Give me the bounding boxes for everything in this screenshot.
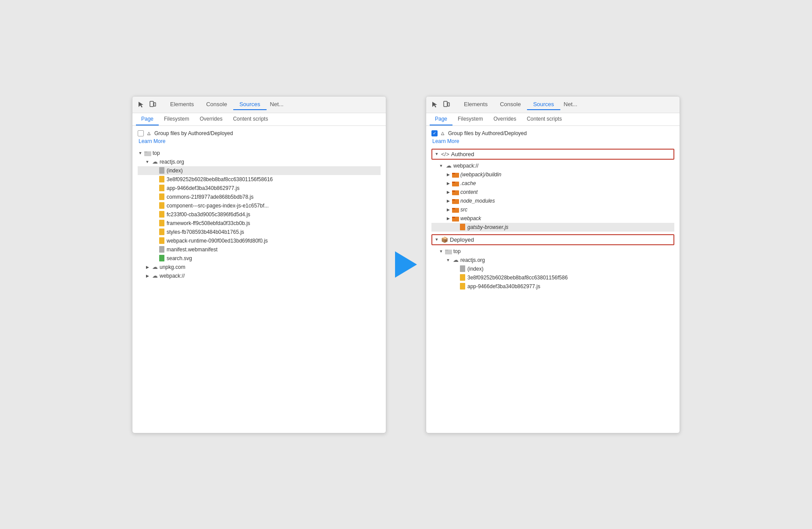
authored-section-header[interactable]: </> Authored [431, 149, 674, 160]
svg-rect-9 [159, 211, 164, 218]
cloud-icon-reactjs-deployed: ☁ [452, 257, 459, 264]
folder-icon-top [144, 150, 151, 157]
label-search-svg: search.svg [167, 255, 381, 261]
label-node-modules: node_modules [460, 198, 674, 204]
label-webpack-folder: webpack [460, 215, 674, 222]
tree-item-styles[interactable]: styles-fb708593b484b04b1765.js [138, 228, 381, 236]
left-toolbar: Elements Console Sources Net... [132, 97, 386, 113]
tree-item-3e8f-deployed[interactable]: 3e8f09252b6028beb8baf8cc63801156f586 [431, 273, 674, 282]
subtab-content-scripts-right[interactable]: Content scripts [521, 113, 567, 125]
arrow-unpkg [145, 264, 150, 270]
tree-item-fc233[interactable]: fc233f00-cba3d9005c3896f6d5d4.js [138, 210, 381, 219]
tree-item-app-deployed[interactable]: app-9466def3ba340b862977.js [431, 282, 674, 291]
tab-sources-left[interactable]: Sources [233, 99, 267, 110]
deployed-section-header[interactable]: 📦 Deployed [431, 234, 674, 245]
tree-item-node-modules[interactable]: node_modules [431, 197, 674, 205]
svg-rect-15 [444, 101, 447, 107]
file-icon-3e8f-deployed [459, 274, 466, 281]
tree-item-webpack-authored[interactable]: ☁ webpack:// [431, 161, 674, 170]
svg-rect-34 [460, 283, 465, 290]
tree-item-reactjs[interactable]: ☁ reactjs.org [138, 157, 381, 166]
subtab-filesystem-left[interactable]: Filesystem [159, 113, 194, 125]
arrow-node-modules [445, 198, 451, 204]
cursor-icon-right[interactable] [431, 100, 439, 109]
tree-item-app[interactable]: app-9466def3ba340b862977.js [138, 184, 381, 193]
svg-rect-0 [150, 101, 153, 107]
learn-more-link-right[interactable]: Learn More [432, 138, 674, 144]
arrow-authored [434, 151, 439, 157]
tree-item-webpack-left[interactable]: ☁ webpack:// [138, 272, 381, 280]
svg-rect-32 [460, 265, 465, 272]
file-icon-component [158, 202, 165, 209]
left-tree: top ☁ reactjs.org (index) [138, 149, 381, 280]
learn-more-link-left[interactable]: Learn More [139, 138, 381, 144]
tree-item-framework[interactable]: framework-ff9c508ebfda0f33cb0b.js [138, 219, 381, 228]
tree-item-component[interactable]: component---src-pages-index-js-e1c657bf.… [138, 201, 381, 210]
tree-item-cache[interactable]: .cache [431, 179, 674, 188]
tab-console-right[interactable]: Console [494, 99, 527, 110]
tree-item-3e8f[interactable]: 3e8f09252b6028beb8baf8cc63801156f58616 [138, 175, 381, 184]
arrow-content [445, 189, 451, 195]
tree-item-unpkg[interactable]: ☁ unpkg.com [138, 263, 381, 272]
tab-elements-right[interactable]: Elements [458, 99, 494, 110]
label-app: app-9466def3ba340b862977.js [167, 185, 381, 191]
file-icon-index-deployed [459, 265, 466, 272]
tab-sources-right[interactable]: Sources [527, 99, 560, 110]
svg-rect-8 [159, 202, 164, 209]
left-devtools-panel: Elements Console Sources Net... Page Fil… [132, 96, 386, 433]
tree-item-webpack-buildin[interactable]: (webpack)/buildin [431, 170, 674, 179]
arrow-webpack-authored [438, 163, 444, 168]
label-unpkg: unpkg.com [160, 264, 381, 270]
tab-net-right[interactable]: Net... [560, 99, 581, 110]
group-files-row-left: 🜂 Group files by Authored/Deployed [138, 130, 381, 136]
svg-rect-31 [445, 250, 448, 251]
label-commons: commons-21f8977ade868b5bdb78.js [167, 194, 381, 200]
cloud-icon-reactjs: ☁ [151, 158, 158, 165]
label-3e8f-deployed: 3e8f09252b6028beb8baf8cc63801156f586 [467, 275, 674, 281]
arrow-between-panels [386, 251, 426, 278]
file-icon-search-svg [158, 255, 165, 262]
cursor-icon[interactable] [137, 100, 146, 109]
label-webpack-runtime: webpack-runtime-090f00ed13bd69fd80f0.js [167, 238, 381, 244]
tree-item-src[interactable]: src [431, 205, 674, 214]
subtab-page-right[interactable]: Page [430, 113, 452, 125]
subtab-filesystem-right[interactable]: Filesystem [452, 113, 488, 125]
subtab-content-scripts-left[interactable]: Content scripts [228, 113, 273, 125]
left-toolbar-tabs: Elements Console Sources Net... [164, 99, 287, 110]
group-files-checkbox-left[interactable] [138, 130, 144, 136]
left-subtabs: Page Filesystem Overrides Content script… [132, 113, 386, 126]
tree-item-commons[interactable]: commons-21f8977ade868b5bdb78.js [138, 193, 381, 201]
tab-console-left[interactable]: Console [200, 99, 233, 110]
subtab-overrides-right[interactable]: Overrides [488, 113, 521, 125]
tree-item-top-deployed[interactable]: top [431, 247, 674, 256]
subtab-overrides-left[interactable]: Overrides [194, 113, 228, 125]
tree-item-search-svg[interactable]: search.svg [138, 254, 381, 263]
group-files-checkbox-right[interactable] [431, 130, 438, 136]
folder-icon-src [452, 206, 459, 213]
tree-item-top[interactable]: top [138, 149, 381, 157]
folder-icon-node-modules [452, 197, 459, 204]
deployed-label: Deployed [450, 236, 474, 243]
arrow-webpack-left [145, 273, 150, 279]
tab-elements-left[interactable]: Elements [164, 99, 200, 110]
device-icon-right[interactable] [442, 100, 451, 109]
tree-item-reactjs-deployed[interactable]: ☁ reactjs.org [431, 256, 674, 264]
svg-rect-29 [460, 224, 465, 230]
tree-item-webpack-folder[interactable]: webpack [431, 214, 674, 223]
tree-item-index[interactable]: (index) [138, 166, 381, 175]
arrow-reactjs-deployed [445, 257, 451, 263]
label-reactjs: reactjs.org [160, 159, 381, 165]
tree-item-content[interactable]: content [431, 188, 674, 197]
file-icon-index [158, 167, 165, 174]
tree-item-webpack-runtime[interactable]: webpack-runtime-090f00ed13bd69fd80f0.js [138, 236, 381, 245]
svg-rect-18 [452, 173, 455, 174]
tree-item-gatsby-browser[interactable]: gatsby-browser.js [431, 223, 674, 232]
device-icon[interactable] [148, 100, 157, 109]
folder-icon-buildin [452, 171, 459, 178]
svg-rect-12 [159, 237, 164, 244]
svg-rect-6 [159, 185, 164, 191]
subtab-page-left[interactable]: Page [136, 113, 159, 125]
tab-net-left[interactable]: Net... [267, 99, 287, 110]
tree-item-manifest[interactable]: manifest.webmanifest [138, 245, 381, 254]
tree-item-index-deployed[interactable]: (index) [431, 264, 674, 273]
